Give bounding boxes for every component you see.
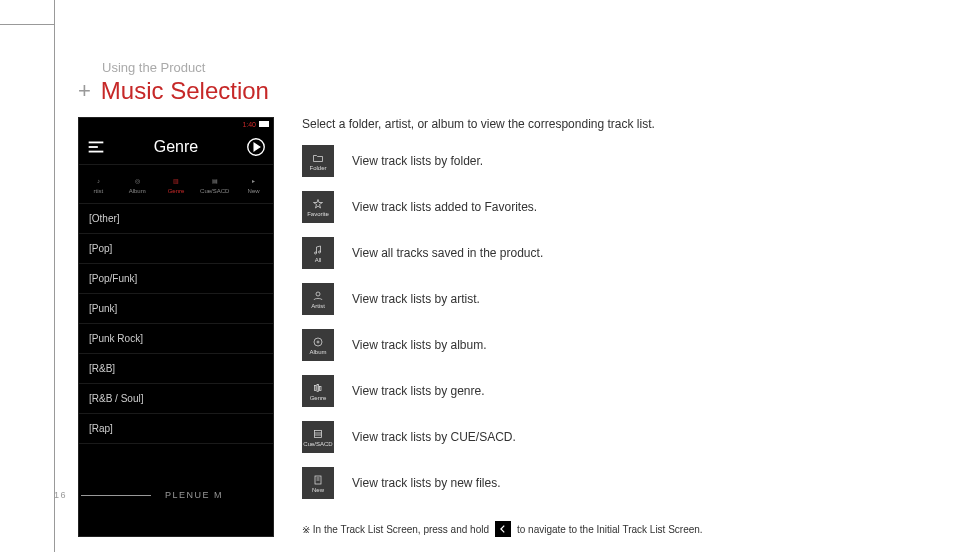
description-text: View track lists by album. xyxy=(352,338,487,352)
page-footer: 16 PLENUE M xyxy=(54,490,223,500)
folder-icon: Folder xyxy=(302,145,334,177)
tab-artist: ♪rtist xyxy=(79,165,118,203)
all-icon: All xyxy=(302,237,334,269)
plus-icon: + xyxy=(78,78,91,104)
new-icon: New xyxy=(302,467,334,499)
svg-rect-13 xyxy=(320,386,322,390)
screen-title: Genre xyxy=(154,138,198,156)
list-item: [Rap] xyxy=(79,414,273,444)
svg-point-9 xyxy=(314,338,322,346)
badge-label: Cue/SACD xyxy=(303,441,332,447)
list-item: [Pop/Funk] xyxy=(79,264,273,294)
genre-list: [Other] [Pop] [Pop/Funk] [Punk] [Punk Ro… xyxy=(79,204,273,444)
tab-label: New xyxy=(248,188,260,194)
tab-label: Cue/SACD xyxy=(200,188,229,194)
svg-point-6 xyxy=(315,252,317,254)
tab-label: Genre xyxy=(168,188,185,194)
svg-point-10 xyxy=(317,341,319,343)
svg-rect-14 xyxy=(315,430,322,437)
description-text: View track lists by artist. xyxy=(352,292,480,306)
status-bar: 1:40 xyxy=(79,118,273,130)
svg-rect-11 xyxy=(315,385,317,390)
category-tabs: ♪rtist ◎Album ▥Genre ▤Cue/SACD ▸New xyxy=(79,164,273,204)
intro-text: Select a folder, artist, or album to vie… xyxy=(302,117,924,131)
tab-cue: ▤Cue/SACD xyxy=(195,165,234,203)
list-item: [Other] xyxy=(79,204,273,234)
genre-icon: Genre xyxy=(302,375,334,407)
list-item: [Pop] xyxy=(79,234,273,264)
back-icon xyxy=(495,521,511,537)
svg-point-8 xyxy=(316,292,320,296)
album-icon: Album xyxy=(302,329,334,361)
list-item: [R&B / Soul] xyxy=(79,384,273,414)
battery-icon xyxy=(259,121,269,127)
tab-album: ◎Album xyxy=(118,165,157,203)
status-time: 1:40 xyxy=(242,121,256,128)
badge-label: Album xyxy=(309,349,326,355)
tab-label: Album xyxy=(129,188,146,194)
footnote-pre: ※ In the Track List Screen, press and ho… xyxy=(302,524,489,535)
badge-label: Artist xyxy=(311,303,325,309)
description-text: View all tracks saved in the product. xyxy=(352,246,543,260)
tab-genre: ▥Genre xyxy=(157,165,196,203)
margin-vertical-rule xyxy=(54,0,55,552)
footnote: ※ In the Track List Screen, press and ho… xyxy=(302,521,924,537)
device-screenshot: 1:40 Genre ♪rtist ◎Album ▥Genre ▤ xyxy=(78,117,274,537)
tab-new: ▸New xyxy=(234,165,273,203)
section-label: Using the Product xyxy=(102,60,924,75)
footer-rule xyxy=(81,495,151,496)
menu-icon xyxy=(85,136,107,158)
svg-marker-4 xyxy=(254,143,259,150)
list-item: [R&B] xyxy=(79,354,273,384)
svg-marker-5 xyxy=(314,199,323,208)
artist-icon: Artist xyxy=(302,283,334,315)
badge-label: Favorite xyxy=(307,211,329,217)
margin-horizontal-rule xyxy=(0,24,54,25)
play-icon xyxy=(245,136,267,158)
description-text: View track lists by new files. xyxy=(352,476,501,490)
product-name: PLENUE M xyxy=(165,490,223,500)
description-text: View track lists by genre. xyxy=(352,384,485,398)
description-text: View track lists added to Favorites. xyxy=(352,200,537,214)
favorite-icon: Favorite xyxy=(302,191,334,223)
badge-label: All xyxy=(315,257,322,263)
svg-rect-12 xyxy=(317,384,319,391)
list-item: [Punk Rock] xyxy=(79,324,273,354)
footnote-post: to navigate to the Initial Track List Sc… xyxy=(517,524,703,535)
manual-page: Using the Product + Music Selection 1:40… xyxy=(0,0,954,552)
badge-label: Genre xyxy=(310,395,327,401)
description-text: View track lists by folder. xyxy=(352,154,483,168)
tab-label: rtist xyxy=(94,188,104,194)
page-title: Music Selection xyxy=(101,77,269,105)
description-text: View track lists by CUE/SACD. xyxy=(352,430,516,444)
cue-icon: Cue/SACD xyxy=(302,421,334,453)
badge-label: Folder xyxy=(309,165,326,171)
badge-label: New xyxy=(312,487,324,493)
svg-point-7 xyxy=(319,251,321,253)
page-number: 16 xyxy=(54,490,67,500)
list-item: [Punk] xyxy=(79,294,273,324)
